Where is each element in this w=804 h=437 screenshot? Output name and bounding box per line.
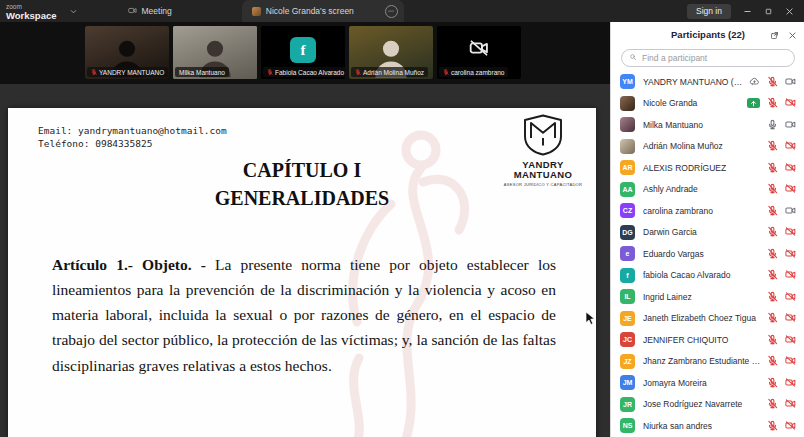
shield-monogram-icon — [520, 114, 566, 156]
muted-mic-icon — [767, 395, 778, 413]
participant-name: JENNIFER CHIQUITO — [643, 335, 763, 345]
participant-name: YANDRY MANTUANO (Host, me) — [643, 77, 745, 87]
video-tile[interactable]: Milka Mantuano — [173, 26, 257, 79]
logo-name-line2: MANTUANO — [500, 170, 586, 180]
participant-row[interactable]: Adrián Molina Muñoz — [611, 136, 804, 158]
participant-row[interactable]: Milka Mantuano — [611, 114, 804, 136]
email-line: Email: yandrymantuano@hotmail.com — [38, 124, 227, 137]
participant-name: Nicole Granda — [643, 98, 743, 108]
participant-name: Janeth Elizabeth Choez Tigua — [643, 313, 763, 323]
muted-mic-icon — [767, 159, 778, 177]
participant-name: carolina zambrano — [643, 206, 763, 216]
video-tile[interactable]: carolina zambrano — [437, 26, 521, 79]
participant-row[interactable]: Nicole Granda — [611, 93, 804, 115]
participant-list: YMYANDRY MANTUANO (Host, me)Nicole Grand… — [611, 71, 804, 437]
participant-row[interactable]: ffabiola Cacao Alvarado — [611, 265, 804, 287]
more-options-icon[interactable] — [385, 5, 398, 18]
article-lead: Artículo 1.- Objeto. - — [52, 256, 206, 273]
participants-title: Participants (22) — [671, 29, 745, 40]
participant-row[interactable]: DGDarwin Garcia — [611, 222, 804, 244]
participant-name: Ingrid Lainez — [643, 292, 763, 302]
muted-mic-icon — [767, 288, 778, 306]
tile-name-label: Milka Mantuano — [175, 67, 229, 77]
muted-mic-icon — [767, 137, 778, 155]
avatar — [620, 139, 635, 154]
tab-screen-label: Nicole Granda's screen — [266, 6, 354, 16]
muted-mic-icon — [767, 245, 778, 263]
avatar: YM — [620, 74, 635, 89]
muted-mic-icon — [767, 417, 778, 435]
muted-mic-icon — [767, 374, 778, 392]
avatar — [620, 117, 635, 132]
muted-mic-icon — [767, 94, 778, 112]
muted-mic-icon — [767, 223, 778, 241]
pop-out-icon[interactable] — [770, 26, 779, 44]
participant-row[interactable]: eEduardo Vargas — [611, 243, 804, 265]
camera-icon — [785, 202, 796, 220]
participant-row[interactable]: JEJaneth Elizabeth Choez Tigua — [611, 308, 804, 330]
titlebar-controls: Sign in — [687, 4, 804, 19]
sign-in-button[interactable]: Sign in — [687, 4, 731, 19]
avatar: DG — [620, 225, 635, 240]
tab-shared-screen[interactable]: Nicole Granda's screen — [242, 0, 404, 22]
participant-row[interactable]: AAAshly Andrade — [611, 179, 804, 201]
camera-off-icon — [785, 352, 796, 370]
participant-name: Jomayra Moreira — [643, 378, 763, 388]
camera-off-icon — [785, 94, 796, 112]
participant-row[interactable]: NSNiurka san andres — [611, 415, 804, 437]
screen-share-icon — [747, 98, 760, 108]
shared-screen-area: Email: yandrymantuano@hotmail.com Teléfo… — [0, 84, 610, 437]
tile-name-label: carolina zambrano — [439, 67, 508, 77]
tab-meeting[interactable]: Meeting — [118, 0, 182, 22]
avatar: NS — [620, 418, 635, 433]
camera-off-icon — [785, 137, 796, 155]
video-tile[interactable]: YANDRY MANTUANO — [85, 26, 169, 79]
chevron-down-icon[interactable] — [69, 2, 78, 20]
video-tile[interactable]: Adrián Molina Muñoz — [349, 26, 433, 79]
camera-off-icon — [785, 223, 796, 241]
letter-avatar: f — [290, 37, 316, 63]
camera-icon — [785, 73, 796, 91]
participant-row[interactable]: ARALEXIS RODRÍGUEZ — [611, 157, 804, 179]
camera-icon — [785, 116, 796, 134]
close-button[interactable] — [785, 7, 794, 16]
contact-block: Email: yandrymantuano@hotmail.com Teléfo… — [38, 124, 227, 151]
brand-workspace-label: Workspace — [6, 11, 57, 21]
participant-name: ALEXIS RODRÍGUEZ — [643, 163, 763, 173]
mic-icon — [767, 116, 778, 134]
participant-name: Adrián Molina Muñoz — [643, 141, 763, 151]
avatar: AA — [620, 182, 635, 197]
camera-off-icon — [785, 266, 796, 284]
participant-row[interactable]: CZcarolina zambrano — [611, 200, 804, 222]
participant-row[interactable]: JMJomayra Moreira — [611, 372, 804, 394]
camera-off-icon — [469, 38, 489, 62]
muted-mic-icon — [443, 69, 449, 76]
muted-mic-icon — [355, 69, 361, 76]
presenter-avatar — [252, 7, 261, 16]
minimize-button[interactable] — [743, 7, 752, 16]
participant-row[interactable]: JRJose Rodríguez Navarrete — [611, 394, 804, 416]
phone-line: Teléfono: 0984335825 — [38, 137, 227, 150]
participant-name: Milka Mantuano — [643, 120, 763, 130]
camera-off-icon — [785, 374, 796, 392]
participant-name: Ashly Andrade — [643, 184, 763, 194]
participant-search-input[interactable]: Find a participant — [621, 49, 795, 67]
muted-mic-icon — [91, 69, 97, 76]
video-tile[interactable]: fFabiola Cacao Alvarado — [261, 26, 345, 79]
camera-off-icon — [785, 395, 796, 413]
zoom-workspace-logo: zoom Workspace — [0, 2, 57, 20]
video-thumbnail-strip: YANDRY MANTUANO Milka MantuanofFabiola C… — [0, 22, 610, 84]
maximize-button[interactable] — [764, 7, 773, 16]
participant-row[interactable]: ILIngrid Lainez — [611, 286, 804, 308]
meeting-camera-icon — [128, 6, 137, 17]
document-page: Email: yandrymantuano@hotmail.com Teléfo… — [8, 108, 596, 437]
logo-tagline: ASESOR JURÍDICO Y CAPACITADOR — [500, 182, 586, 187]
participant-name: Jose Rodríguez Navarrete — [643, 399, 763, 409]
avatar: CZ — [620, 203, 635, 218]
participant-row[interactable]: YMYANDRY MANTUANO (Host, me) — [611, 71, 804, 93]
close-panel-icon[interactable] — [788, 26, 797, 44]
participant-row[interactable]: JCJENNIFER CHIQUITO — [611, 329, 804, 351]
tile-name-label: Fabiola Cacao Alvarado — [263, 67, 345, 77]
participant-row[interactable]: JZJhanz Zambrano Estudiante Pucem — [611, 351, 804, 373]
avatar: IL — [620, 289, 635, 304]
